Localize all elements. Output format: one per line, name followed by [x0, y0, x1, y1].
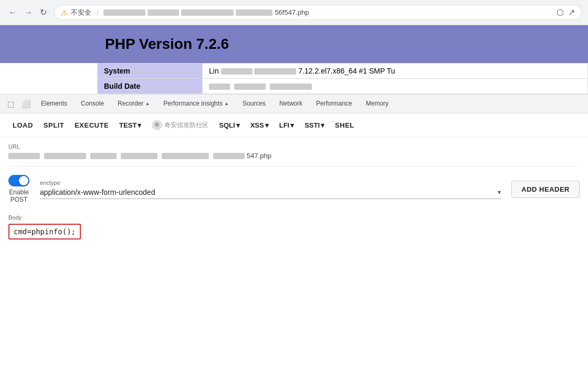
toggle-switch[interactable] — [8, 175, 29, 186]
back-button[interactable]: ← — [6, 6, 19, 19]
enctype-label: enctype — [40, 180, 501, 186]
save-page-icon[interactable]: ⬡ — [556, 7, 564, 17]
warning-icon: ⚠ — [61, 8, 68, 17]
body-input-text[interactable]: cmd=phpinfo(); — [14, 227, 76, 236]
tab-console[interactable]: Console — [75, 95, 110, 113]
cursor-icon-btn[interactable]: ⬚ — [4, 98, 17, 110]
dropdown-arrow-icon: ▾ — [498, 189, 501, 196]
address-actions: ⬡ ↗ — [556, 7, 575, 17]
url-blurred-1 — [103, 9, 145, 16]
php-info-table: System Lin 7.12.2.el7.x86_64 #1 SMP Tu B… — [97, 63, 588, 94]
ssti-button[interactable]: SSTI ▾ — [300, 119, 329, 131]
test-arrow-icon: ▾ — [138, 121, 141, 129]
url-val-blurred-6 — [213, 153, 245, 159]
url-section: URL 547.php — [0, 137, 588, 164]
enctype-section: enctype application/x-www-form-urlencode… — [40, 180, 501, 199]
build-date-value — [203, 79, 588, 94]
php-header: PHP Version 7.2.6 — [0, 25, 588, 63]
body-input-wrap[interactable]: cmd=phpinfo(); — [8, 224, 81, 239]
ssti-arrow-icon: ▾ — [321, 121, 324, 129]
url-val-blurred-3 — [90, 153, 117, 159]
browser-chrome: ← → ↻ ⚠ 不安全 | 56f547.php ⬡ ↗ — [0, 0, 588, 25]
recorder-badge: ▲ — [145, 101, 150, 106]
system-value-suffix: 7.12.2.el7.x86_64 #1 SMP Tu — [298, 67, 395, 75]
insecure-label: 不安全 — [71, 8, 91, 17]
enctype-value: application/x-www-form-urlencoded — [40, 188, 494, 196]
forward-button[interactable]: → — [22, 6, 35, 19]
url-val-blurred-2 — [44, 153, 86, 159]
table-row-system: System Lin 7.12.2.el7.x86_64 #1 SMP Tu — [98, 64, 588, 79]
add-header-button[interactable]: ADD HEADER — [511, 181, 580, 198]
system-label: System — [98, 64, 203, 79]
watermark: 奇 奇安信攻防社区 — [148, 118, 213, 132]
devtools-tabs: ⬚ ⬜ Elements Console Recorder ▲ Performa… — [0, 95, 588, 113]
post-section: Enable POST enctype application/x-www-fo… — [0, 169, 588, 210]
sqli-arrow-icon: ▾ — [236, 121, 240, 129]
table-row-build-date: Build Date — [98, 79, 588, 94]
url-label: URL — [8, 143, 580, 150]
shel-button[interactable]: SHEL — [331, 119, 359, 131]
tab-network[interactable]: Network — [273, 95, 309, 113]
system-value-prefix: Lin — [209, 67, 219, 75]
build-blurred-2 — [234, 84, 266, 90]
perf-insights-badge: ▲ — [224, 101, 229, 106]
nav-buttons: ← → ↻ — [6, 5, 49, 19]
toggle-label: Enable POST — [9, 189, 28, 204]
url-value-suffix: 547.php — [247, 152, 271, 160]
lfi-button[interactable]: LFI ▾ — [275, 119, 299, 131]
watermark-text: 奇安信攻防社区 — [164, 121, 208, 130]
url-blurred-2 — [148, 9, 179, 16]
enctype-select[interactable]: application/x-www-form-urlencoded ▾ — [40, 188, 501, 199]
xss-button[interactable]: XSS ▾ — [246, 119, 273, 131]
build-date-label: Build Date — [98, 79, 203, 94]
watermark-logo: 奇 — [152, 120, 162, 130]
url-blurred-3 — [181, 9, 234, 16]
lfi-arrow-icon: ▾ — [290, 121, 294, 129]
tab-sources[interactable]: Sources — [236, 95, 272, 113]
reload-button[interactable]: ↻ — [38, 5, 49, 19]
system-blurred-2 — [254, 68, 296, 75]
tab-elements[interactable]: Elements — [35, 95, 74, 113]
page-content: PHP Version 7.2.6 System Lin 7.12.2.el7.… — [0, 25, 588, 244]
xss-arrow-icon: ▾ — [265, 121, 269, 129]
split-button[interactable]: SPLIT — [39, 119, 68, 131]
tool-buttons-row: LOAD SPLIT EXECUTE TEST ▾ 奇 奇安信攻防社区 SQLI… — [0, 113, 588, 137]
url-divider — [8, 166, 580, 166]
share-icon[interactable]: ↗ — [568, 7, 575, 17]
devtools-panel: ⬚ ⬜ Elements Console Recorder ▲ Performa… — [0, 94, 588, 244]
test-button[interactable]: TEST ▾ — [115, 119, 145, 131]
address-text: 56f547.php — [103, 8, 553, 16]
sqli-button[interactable]: SQLI ▾ — [215, 119, 244, 131]
system-value: Lin 7.12.2.el7.x86_64 #1 SMP Tu — [203, 64, 588, 79]
tab-recorder[interactable]: Recorder ▲ — [111, 95, 156, 113]
tab-performance[interactable]: Performance — [310, 95, 359, 113]
body-label: Body — [8, 214, 580, 221]
body-section: Body cmd=phpinfo(); — [0, 210, 588, 244]
build-blurred-3 — [270, 84, 312, 90]
url-val-blurred-4 — [121, 153, 158, 159]
url-val-blurred-1 — [8, 153, 40, 159]
url-value: 547.php — [8, 152, 580, 160]
execute-button[interactable]: EXECUTE — [70, 119, 113, 131]
php-version-title: PHP Version 7.2.6 — [105, 36, 578, 53]
build-blurred-1 — [209, 84, 230, 90]
tab-performance-insights[interactable]: Performance insights ▲ — [157, 95, 235, 113]
url-blurred-4 — [236, 9, 272, 16]
system-blurred-1 — [221, 68, 253, 75]
enable-post-toggle[interactable]: Enable POST — [8, 175, 29, 204]
url-suffix: 56f547.php — [275, 8, 309, 16]
load-button[interactable]: LOAD — [8, 119, 37, 131]
url-val-blurred-5 — [162, 153, 209, 159]
address-bar[interactable]: ⚠ 不安全 | 56f547.php ⬡ ↗ — [54, 5, 582, 20]
device-icon-btn[interactable]: ⬜ — [18, 98, 34, 110]
tab-memory[interactable]: Memory — [360, 95, 395, 113]
